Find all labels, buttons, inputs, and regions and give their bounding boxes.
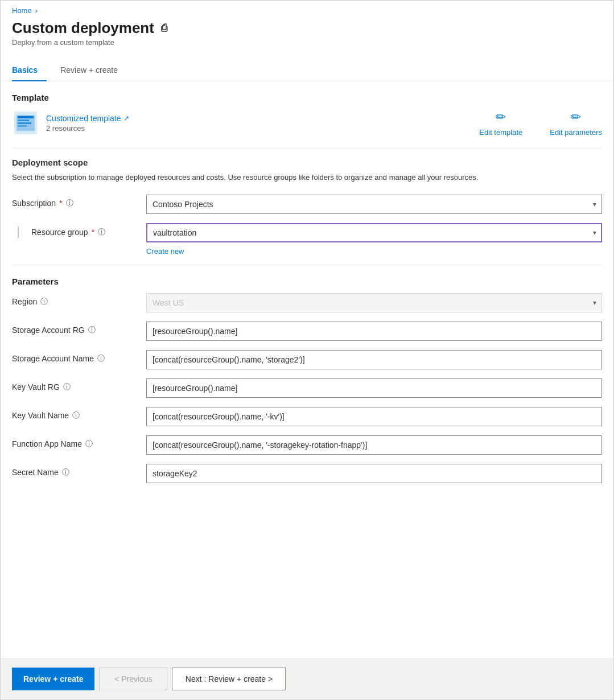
storage-account-rg-info-icon[interactable]: ⓘ [88, 325, 96, 335]
parameters-section: Parameters Region ⓘ West US ▾ Storage Ac… [12, 277, 602, 483]
resource-group-required: * [92, 228, 94, 237]
resource-group-select-wrapper: vaultrotation ▾ [146, 223, 602, 242]
key-vault-name-input-wrapper [146, 407, 602, 426]
storage-account-name-input-wrapper [146, 350, 602, 369]
svg-rect-5 [18, 125, 27, 127]
storage-account-name-row: Storage Account Name ⓘ [12, 350, 602, 369]
function-app-name-input-wrapper [146, 435, 602, 455]
page-title: Custom deployment [12, 19, 154, 37]
secret-name-input-wrapper [146, 464, 602, 483]
template-link[interactable]: Customized template ↗ [46, 114, 129, 123]
function-app-name-label: Function App Name ⓘ [12, 435, 137, 449]
tabs-container: Basics Review + create [1, 53, 613, 81]
template-info: Customized template ↗ 2 resources [12, 109, 129, 137]
template-icon [12, 109, 39, 137]
storage-account-name-info-icon[interactable]: ⓘ [97, 353, 105, 364]
create-new-link[interactable]: Create new [146, 247, 184, 256]
tab-basics[interactable]: Basics [12, 60, 47, 81]
template-resources: 2 resources [46, 124, 129, 133]
storage-account-rg-row: Storage Account RG ⓘ [12, 322, 602, 341]
key-vault-rg-info-icon[interactable]: ⓘ [63, 382, 71, 392]
content-area: Template Cus [1, 81, 613, 658]
region-select: West US [146, 293, 602, 312]
svg-rect-4 [18, 122, 31, 124]
print-icon[interactable]: ⎙ [161, 22, 167, 34]
secret-name-input[interactable] [146, 464, 602, 483]
divider-1 [12, 148, 602, 149]
page-subtitle: Deploy from a custom template [12, 38, 602, 47]
deployment-scope-title: Deployment scope [12, 158, 602, 167]
key-vault-name-label: Key Vault Name ⓘ [12, 407, 137, 421]
resource-group-label: Resource group * ⓘ [12, 223, 137, 238]
subscription-required: * [59, 199, 62, 208]
template-section-title: Template [12, 93, 602, 102]
footer-bar: Review + create < Previous Next : Review… [1, 658, 613, 699]
function-app-name-info-icon[interactable]: ⓘ [85, 439, 93, 449]
resource-group-row: Resource group * ⓘ vaultrotation ▾ [12, 223, 602, 242]
template-actions: ✏ Edit template ✏ Edit parameters [479, 110, 602, 137]
key-vault-rg-row: Key Vault RG ⓘ [12, 378, 602, 398]
edit-template-button[interactable]: ✏ Edit template [479, 110, 522, 137]
storage-account-rg-input[interactable] [146, 322, 602, 341]
secret-name-info-icon[interactable]: ⓘ [62, 467, 69, 477]
key-vault-rg-label: Key Vault RG ⓘ [12, 378, 137, 392]
storage-account-rg-label: Storage Account RG ⓘ [12, 322, 137, 335]
secret-name-row: Secret Name ⓘ [12, 464, 602, 483]
storage-account-name-input[interactable] [146, 350, 602, 369]
region-row: Region ⓘ West US ▾ [12, 293, 602, 312]
region-select-wrapper: West US ▾ [146, 293, 602, 312]
function-app-name-row: Function App Name ⓘ [12, 435, 602, 455]
region-info-icon[interactable]: ⓘ [40, 297, 48, 307]
deployment-scope-desc: Select the subscription to manage deploy… [12, 172, 602, 183]
key-vault-rg-input[interactable] [146, 378, 602, 398]
breadcrumb-home[interactable]: Home [12, 6, 32, 15]
parameters-title: Parameters [12, 277, 602, 286]
subscription-select-wrapper: Contoso Projects ▾ [146, 195, 602, 214]
resource-group-info-icon[interactable]: ⓘ [98, 227, 105, 237]
breadcrumb: Home › [1, 1, 613, 17]
subscription-row: Subscription * ⓘ Contoso Projects ▾ [12, 195, 602, 214]
function-app-name-input[interactable] [146, 435, 602, 455]
svg-rect-2 [18, 116, 34, 118]
divider-2 [12, 265, 602, 265]
create-new-container: Create new [12, 245, 602, 256]
header: Custom deployment ⎙ Deploy from a custom… [1, 17, 613, 53]
template-details: Customized template ↗ 2 resources [46, 114, 129, 133]
previous-button[interactable]: < Previous [99, 668, 167, 690]
subscription-label: Subscription * ⓘ [12, 195, 137, 208]
resource-group-select[interactable]: vaultrotation [146, 223, 602, 242]
template-row: Customized template ↗ 2 resources ✏ Edit… [12, 109, 602, 137]
external-link-icon: ↗ [123, 114, 129, 122]
storage-account-rg-input-wrapper [146, 322, 602, 341]
svg-rect-3 [18, 120, 29, 121]
secret-name-label: Secret Name ⓘ [12, 464, 137, 477]
pencil-edit-parameters-icon: ✏ [571, 110, 581, 125]
region-label: Region ⓘ [12, 293, 137, 307]
key-vault-name-row: Key Vault Name ⓘ [12, 407, 602, 426]
pencil-edit-template-icon: ✏ [496, 110, 506, 125]
tab-review-create[interactable]: Review + create [60, 60, 127, 81]
edit-parameters-button[interactable]: ✏ Edit parameters [550, 110, 602, 137]
storage-account-name-label: Storage Account Name ⓘ [12, 350, 137, 364]
review-create-button[interactable]: Review + create [12, 668, 94, 690]
next-button[interactable]: Next : Review + create > [172, 668, 286, 690]
subscription-select[interactable]: Contoso Projects [146, 195, 602, 214]
key-vault-name-info-icon[interactable]: ⓘ [72, 410, 80, 421]
key-vault-rg-input-wrapper [146, 378, 602, 398]
breadcrumb-chevron: › [35, 6, 38, 15]
key-vault-name-input[interactable] [146, 407, 602, 426]
subscription-info-icon[interactable]: ⓘ [66, 198, 73, 208]
